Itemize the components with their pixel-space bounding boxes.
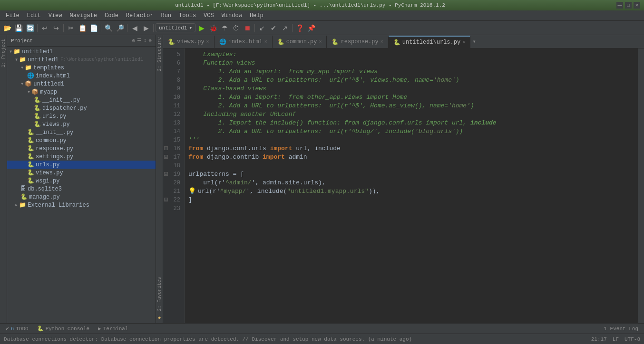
tree-item-myapp[interactable]: ▾ 📦 myapp [7,88,156,96]
run-button[interactable]: ▶ [196,23,207,33]
toolbar-back[interactable]: ◀ [129,23,140,33]
vcs-push[interactable]: ↗ [280,23,290,33]
stop-button[interactable]: ⏹ [242,23,253,33]
project-side-label[interactable]: 1: Project [0,35,7,71]
collapse-icon[interactable]: ⊕ [148,38,152,44]
menu-item-code[interactable]: Code [101,11,122,20]
help[interactable]: ❓ [294,23,305,33]
tab-close-views[interactable]: × [206,39,209,45]
bottom-tab-event-log[interactable]: 1 Event Log [600,325,642,333]
menu-item-file[interactable]: File [2,11,23,20]
tree-item-response[interactable]: 🐍 response.py [7,144,156,153]
tab-index-html[interactable]: 🌐 index.html × [215,36,273,48]
menu-item-navigate[interactable]: Navigate [66,11,101,20]
html-file-icon: 🌐 [27,72,34,79]
menu-item-view[interactable]: View [45,11,66,20]
code-text: Examples: [188,50,236,59]
vcs-commit[interactable]: ✔ [268,23,279,33]
fold-btn-19[interactable]: - [164,172,168,176]
fold-btn-16[interactable]: - [164,146,168,150]
tree-item-settings[interactable]: 🐍 settings.py [7,153,156,161]
tree-item-init[interactable]: 🐍 __init__.py [7,128,156,136]
menu-item-refactor[interactable]: Refactor [122,11,157,20]
toolbar-sync[interactable]: 🔄 [25,23,35,33]
bottom-tab-terminal[interactable]: ▶ Terminal [94,325,132,333]
tree-item-manage[interactable]: 🐍 manage.py [7,193,156,201]
fold-btn-22[interactable]: - [164,198,168,201]
fold-btn-17[interactable]: - [164,155,168,159]
toolbar-redo[interactable]: ↪ [51,23,61,33]
code-line-19: urlpatterns = [ [188,170,634,179]
tree-item-wsgi[interactable]: 🐍 wsgi.py [7,177,156,185]
layout-icon[interactable]: ☰ [137,38,142,44]
menu-item-run[interactable]: Run [157,11,175,20]
structure-side-label[interactable]: 2: Structure [156,35,163,73]
tree-item-untitled1[interactable]: ▾ 📁 untitled1 F:\Workspace\python\untitl… [7,56,156,64]
line-ending[interactable]: LF [613,336,619,342]
toolbar-forward[interactable]: ▶ [141,23,151,33]
maximize-button[interactable]: □ [625,2,632,9]
line-num-20: 20 [163,179,184,187]
code-text9: url(r' [198,187,220,196]
toolbar: 📂 💾 🔄 ↩ ↪ ✂ 📋 📄 🔍 🔎 ◀ ▶ untitled1 ▾ ▶ 🐞 … [0,21,644,35]
profile[interactable]: ⏱ [231,23,241,33]
tree-item-init-myapp[interactable]: 🐍 __init__.py [7,96,156,104]
toolbar-paste[interactable]: 📄 [88,23,99,33]
toolbar-findreplace[interactable]: 🔎 [115,23,125,33]
tab-views-py[interactable]: 🐍 views.py × [163,36,215,48]
toolbar-undo[interactable]: ↩ [39,23,50,33]
code-line-12: Including another URLconf [188,110,634,119]
bottom-tab-todo[interactable]: ✔ 6 TODO [2,325,32,333]
lightbulb-icon[interactable]: 💡 [188,187,196,196]
toolbar-save[interactable]: 💾 [13,23,24,33]
tree-item-urls-myapp[interactable]: 🐍 urls.py [7,112,156,120]
favorites-star-icon[interactable]: ★ [157,314,161,321]
tree-item-dispatcher[interactable]: 🐍 dispatcher.py [7,104,156,112]
pin[interactable]: 📌 [306,23,316,33]
tab-common-py[interactable]: 🐍 common.py × [273,36,327,48]
minimize-button[interactable]: — [616,2,623,9]
tab-close-response[interactable]: × [381,39,383,45]
tab-close-index[interactable]: × [264,39,267,45]
debug-button[interactable]: 🐞 [208,23,218,33]
tab-close-common[interactable]: × [319,39,322,45]
toolbar-cut[interactable]: ✂ [66,23,76,33]
tree-item-untitled1-pkg[interactable]: ▾ 📦 untitled1 [7,80,156,88]
tab-urls-py[interactable]: 🐍 untitled1\urls.py × [389,36,470,48]
menu-item-window[interactable]: Window [218,11,246,20]
todo-icon: ✔ [6,325,9,332]
tree-item-views-myapp[interactable]: 🐍 views.py [7,120,156,128]
tree-item-templates[interactable]: ▾ 📁 templates [7,64,156,72]
run-coverage[interactable]: ☂ [219,23,230,33]
tree-item-urls[interactable]: 🐍 urls.py [7,161,156,169]
tree-item-views[interactable]: 🐍 views.py [7,169,156,177]
toolbar-open[interactable]: 📂 [2,23,12,33]
menu-item-tools[interactable]: Tools [175,11,200,20]
tree-item-common[interactable]: 🐍 common.py [7,136,156,144]
close-button[interactable]: ✕ [634,2,640,9]
toolbar-find[interactable]: 🔍 [103,23,114,33]
favorites-side-label[interactable]: 2: Favorites [156,275,163,313]
tree-item-root[interactable]: ▾ 📁 untitled1 [7,48,156,56]
sort-icon[interactable]: ↕ [144,38,147,44]
tree-label-urls-myapp: urls.py [42,113,66,120]
menu-item-help[interactable]: Help [246,11,267,20]
cursor-position[interactable]: 21:17 [591,336,607,342]
menu-item-vcs[interactable]: VCS [200,11,218,20]
toolbar-copy[interactable]: 📋 [77,23,88,33]
code-line-15: ''' [188,136,634,144]
bottom-tab-console[interactable]: 🐍 Python Console [33,325,93,333]
tabs-scroll-button[interactable]: ▾ [470,35,478,48]
py-file-icon7: 🐍 [27,145,34,152]
encoding[interactable]: UTF-8 [624,336,640,342]
tree-item-index-html[interactable]: 🌐 index.html [7,72,156,80]
tree-item-external[interactable]: ▸ 📁 External Libraries [7,201,156,209]
tab-close-urls[interactable]: × [462,40,465,45]
vcs-update[interactable]: ↙ [257,23,267,33]
tab-response-py[interactable]: 🐍 response.py × [327,36,388,48]
tree-item-db[interactable]: 🗄 db.sqlite3 [7,185,156,193]
gear-icon[interactable]: ⚙ [132,38,135,44]
menu-item-edit[interactable]: Edit [23,11,45,20]
run-config[interactable]: untitled1 ▾ [156,23,195,32]
code-content[interactable]: Examples: Function views 1. Add an impor… [185,48,637,323]
